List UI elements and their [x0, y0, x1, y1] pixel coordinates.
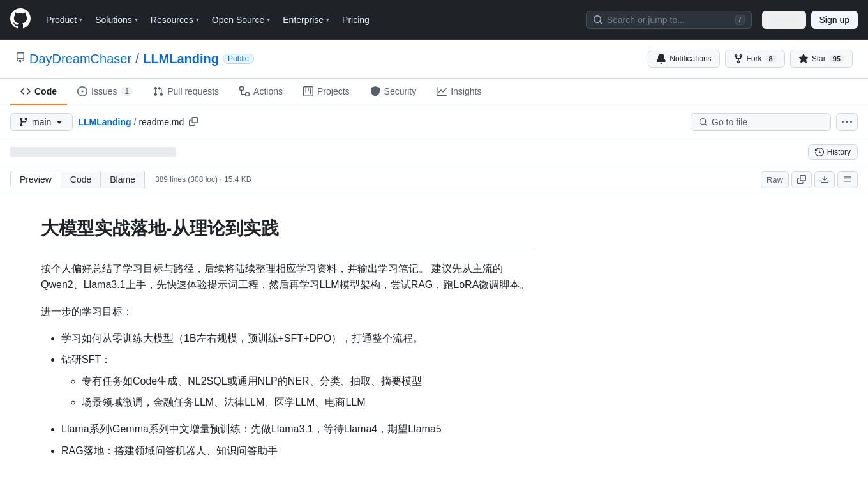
visibility-badge: Public: [223, 54, 254, 64]
history-bar: History: [0, 139, 868, 165]
branch-icon: [19, 117, 29, 127]
signup-button[interactable]: Sign up: [811, 11, 858, 29]
tab-pull-requests[interactable]: Pull requests: [143, 79, 229, 105]
insights-icon: [437, 86, 447, 96]
issues-badge: 1: [121, 87, 133, 96]
star-count: 95: [829, 55, 844, 63]
chevron-down-icon: ▾: [267, 16, 270, 23]
search-shortcut: /: [735, 15, 745, 25]
tab-security[interactable]: Security: [360, 79, 427, 105]
list-item: 钻研SFT： 专有任务如Code生成、NL2SQL或通用NLP的NER、分类、抽…: [61, 351, 534, 411]
tab-code-view[interactable]: Code: [61, 171, 101, 188]
github-logo[interactable]: [10, 8, 31, 31]
list-item: Llama系列\Gemma系列中文增量预训练：先做Llama3.1，等待Llam…: [61, 421, 534, 438]
copy-path-icon[interactable]: [186, 114, 200, 130]
nav-solutions[interactable]: Solutions ▾: [90, 11, 143, 29]
notifications-button[interactable]: Notifications: [648, 50, 719, 68]
repo-owner-link[interactable]: DayDreamChaser: [29, 52, 131, 66]
file-path-repo[interactable]: LLMLanding: [78, 117, 131, 127]
readme-goals-list: 学习如何从零训练大模型（1B左右规模，预训练+SFT+DPO），打通整个流程。 …: [41, 330, 534, 459]
file-toolbar: main LLMLanding / readme.md Go to file: [0, 105, 868, 139]
list-item: RAG落地：搭建领域问答机器人、知识问答助手: [61, 443, 534, 459]
file-path: LLMLanding / readme.md: [78, 114, 685, 130]
tab-preview[interactable]: Preview: [10, 171, 61, 188]
tab-code[interactable]: Code: [10, 79, 67, 105]
security-icon: [370, 86, 380, 96]
view-tabs-bar: Preview Code Blame 389 lines (308 loc) ·…: [0, 165, 868, 194]
path-separator: /: [134, 117, 137, 127]
readme-intro: 按个人偏好总结了学习目标与路径，后续将陆续整理相应学习资料，并输出学习笔记。 建…: [41, 261, 534, 293]
nav-product[interactable]: Product ▾: [41, 11, 87, 29]
view-action-buttons: Raw: [761, 171, 858, 188]
star-icon: [798, 54, 809, 64]
tab-insights[interactable]: Insights: [426, 79, 491, 105]
more-options-button[interactable]: [836, 113, 858, 131]
code-icon: [20, 86, 31, 96]
nav-resources[interactable]: Resources ▾: [146, 11, 204, 29]
nav-enterprise[interactable]: Enterprise ▾: [278, 11, 334, 29]
nav-pricing[interactable]: Pricing: [337, 11, 375, 29]
tab-actions[interactable]: Actions: [229, 79, 293, 105]
branch-selector[interactable]: main: [10, 113, 73, 131]
search-placeholder: Search or jump to...: [607, 15, 731, 25]
chevron-down-icon: ▾: [135, 16, 138, 23]
list-item: 场景领域微调，金融任务LLM、法律LLM、医学LLM、电商LLM: [82, 394, 534, 411]
bell-icon: [656, 54, 666, 64]
lines-button[interactable]: [837, 171, 858, 188]
chevron-down-icon: ▾: [326, 16, 329, 23]
repo-icon: [15, 52, 26, 66]
repo-separator: /: [135, 50, 139, 67]
actions-icon: [239, 86, 250, 96]
header-actions: Sign in Sign up: [762, 11, 858, 29]
readme-goal-heading: 进一步的学习目标：: [41, 303, 534, 320]
nav-opensource[interactable]: Open Source ▾: [207, 11, 276, 29]
main-nav: Product ▾ Solutions ▾ Resources ▾ Open S…: [41, 11, 576, 29]
file-path-current: readme.md: [138, 117, 184, 127]
more-options-icon: [842, 117, 852, 127]
repo-action-buttons: Notifications Fork 8 Star 95: [648, 50, 853, 68]
search-icon: [593, 15, 603, 25]
history-icon: [815, 148, 824, 156]
goto-file-input[interactable]: Go to file: [691, 113, 831, 131]
readme-sublist: 专有任务如Code生成、NL2SQL或通用NLP的NER、分类、抽取、摘要模型 …: [61, 373, 534, 411]
chevron-down-icon: ▾: [79, 16, 82, 23]
list-item: 学习如何从零训练大模型（1B左右规模，预训练+SFT+DPO），打通整个流程。: [61, 330, 534, 347]
search-icon: [699, 118, 708, 126]
chevron-down-icon: [54, 117, 64, 127]
copy-icon: [797, 175, 806, 184]
repo-header: DayDreamChaser / LLMLanding Public Notif…: [0, 40, 868, 79]
projects-icon: [303, 86, 313, 96]
issue-icon: [77, 86, 87, 96]
list-item: 专有任务如Code生成、NL2SQL或通用NLP的NER、分类、抽取、摘要模型: [82, 373, 534, 390]
tab-projects[interactable]: Projects: [293, 79, 360, 105]
list-icon: [843, 175, 852, 184]
chevron-down-icon: ▾: [196, 16, 199, 23]
signin-button[interactable]: Sign in: [762, 11, 806, 29]
raw-button[interactable]: Raw: [761, 171, 789, 188]
file-content-area: 大模型实战落地-从理论到实践 按个人偏好总结了学习目标与路径，后续将陆续整理相应…: [0, 194, 868, 488]
repo-tab-nav: Code Issues 1 Pull requests Actions Proj…: [0, 79, 868, 105]
repo-name-link[interactable]: LLMLanding: [143, 52, 219, 66]
history-button[interactable]: History: [808, 144, 858, 160]
main-header: Product ▾ Solutions ▾ Resources ▾ Open S…: [0, 0, 868, 40]
copy-raw-button[interactable]: [791, 171, 812, 188]
pr-icon: [153, 86, 163, 96]
fork-icon: [733, 54, 744, 64]
search-bar[interactable]: Search or jump to... /: [586, 11, 752, 29]
tab-issues[interactable]: Issues 1: [67, 79, 143, 105]
breadcrumb: DayDreamChaser / LLMLanding Public: [15, 50, 254, 67]
readme-title: 大模型实战落地-从理论到实践: [41, 215, 534, 250]
file-info: 389 lines (308 loc) · 15.4 KB: [155, 175, 251, 184]
readme-content: 大模型实战落地-从理论到实践 按个人偏好总结了学习目标与路径，后续将陆续整理相应…: [0, 194, 574, 488]
tab-blame[interactable]: Blame: [101, 171, 145, 188]
commit-message-skeleton: [10, 147, 176, 157]
star-button[interactable]: Star 95: [790, 50, 853, 68]
fork-count: 8: [765, 55, 777, 63]
download-button[interactable]: [814, 171, 835, 188]
fork-button[interactable]: Fork 8: [725, 50, 785, 68]
download-icon: [820, 175, 829, 184]
